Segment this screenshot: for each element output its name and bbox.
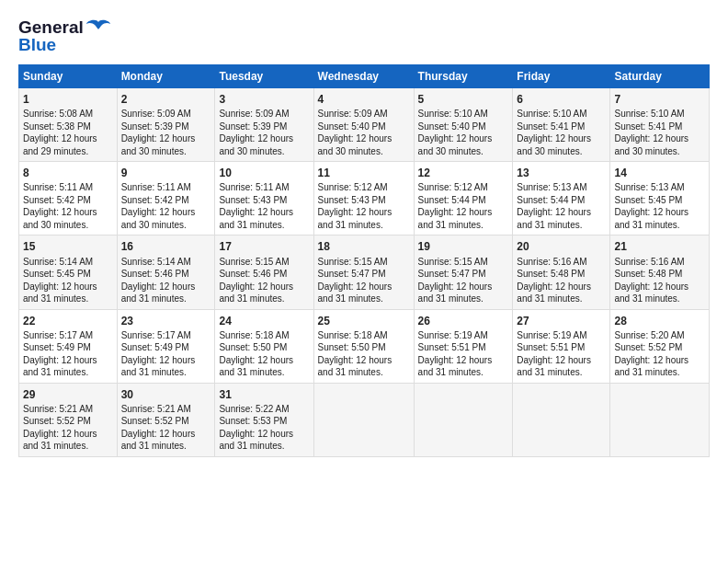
day-number: 8 — [23, 166, 113, 180]
calendar-cell: 29Sunrise: 5:21 AMSunset: 5:52 PMDayligh… — [19, 383, 118, 456]
day-number: 22 — [23, 314, 113, 328]
calendar-cell: 30Sunrise: 5:21 AMSunset: 5:52 PMDayligh… — [117, 383, 215, 456]
weekday-tuesday: Tuesday — [215, 65, 313, 88]
calendar-cell: 21Sunrise: 5:16 AMSunset: 5:48 PMDayligh… — [610, 236, 710, 309]
calendar-cell: 17Sunrise: 5:15 AMSunset: 5:46 PMDayligh… — [215, 236, 313, 309]
cell-content: Sunrise: 5:13 AMSunset: 5:45 PMDaylight:… — [614, 181, 705, 231]
calendar-cell: 18Sunrise: 5:15 AMSunset: 5:47 PMDayligh… — [313, 236, 414, 309]
cell-content: Sunrise: 5:11 AMSunset: 5:43 PMDaylight:… — [219, 181, 309, 231]
weekday-wednesday: Wednesday — [313, 65, 414, 88]
day-number: 12 — [418, 166, 509, 180]
cell-content: Sunrise: 5:18 AMSunset: 5:50 PMDaylight:… — [219, 329, 309, 379]
day-number: 31 — [219, 387, 309, 402]
day-number: 27 — [517, 314, 606, 328]
logo-bird-icon — [85, 18, 111, 39]
logo: General Blue — [18, 17, 111, 55]
calendar-cell: 26Sunrise: 5:19 AMSunset: 5:51 PMDayligh… — [414, 309, 513, 383]
day-number: 5 — [418, 92, 509, 107]
week-row-4: 22Sunrise: 5:17 AMSunset: 5:49 PMDayligh… — [19, 309, 710, 383]
cell-content: Sunrise: 5:09 AMSunset: 5:39 PMDaylight:… — [219, 108, 309, 157]
cell-content: Sunrise: 5:11 AMSunset: 5:42 PMDaylight:… — [121, 181, 211, 231]
header: General Blue — [18, 17, 710, 55]
week-row-1: 1Sunrise: 5:08 AMSunset: 5:38 PMDaylight… — [19, 88, 710, 162]
day-number: 16 — [121, 239, 211, 254]
calendar-cell: 15Sunrise: 5:14 AMSunset: 5:45 PMDayligh… — [19, 236, 118, 309]
cell-content: Sunrise: 5:19 AMSunset: 5:51 PMDaylight:… — [517, 329, 606, 379]
day-number: 6 — [517, 92, 606, 107]
cell-content: Sunrise: 5:16 AMSunset: 5:48 PMDaylight:… — [614, 256, 705, 305]
calendar-cell: 22Sunrise: 5:17 AMSunset: 5:49 PMDayligh… — [19, 309, 118, 383]
cell-content: Sunrise: 5:15 AMSunset: 5:46 PMDaylight:… — [219, 256, 309, 305]
calendar-cell — [513, 383, 610, 456]
day-number: 28 — [614, 314, 705, 328]
week-row-2: 8Sunrise: 5:11 AMSunset: 5:42 PMDaylight… — [19, 162, 710, 236]
weekday-friday: Friday — [513, 65, 610, 88]
day-number: 18 — [318, 239, 410, 254]
cell-content: Sunrise: 5:10 AMSunset: 5:41 PMDaylight:… — [517, 108, 606, 157]
day-number: 26 — [418, 314, 509, 328]
calendar-cell: 25Sunrise: 5:18 AMSunset: 5:50 PMDayligh… — [313, 309, 414, 383]
day-number: 15 — [23, 239, 113, 254]
calendar-cell: 11Sunrise: 5:12 AMSunset: 5:43 PMDayligh… — [313, 162, 414, 236]
cell-content: Sunrise: 5:12 AMSunset: 5:43 PMDaylight:… — [318, 181, 410, 231]
calendar-cell: 19Sunrise: 5:15 AMSunset: 5:47 PMDayligh… — [414, 236, 513, 309]
day-number: 4 — [318, 92, 410, 107]
calendar-cell: 23Sunrise: 5:17 AMSunset: 5:49 PMDayligh… — [117, 309, 215, 383]
weekday-header-row: SundayMondayTuesdayWednesdayThursdayFrid… — [19, 65, 710, 88]
day-number: 11 — [318, 166, 410, 180]
calendar-cell: 27Sunrise: 5:19 AMSunset: 5:51 PMDayligh… — [513, 309, 610, 383]
weekday-saturday: Saturday — [610, 65, 710, 88]
week-row-5: 29Sunrise: 5:21 AMSunset: 5:52 PMDayligh… — [19, 383, 710, 456]
calendar-cell: 1Sunrise: 5:08 AMSunset: 5:38 PMDaylight… — [19, 88, 118, 162]
day-number: 20 — [517, 239, 606, 254]
day-number: 1 — [23, 92, 113, 107]
cell-content: Sunrise: 5:10 AMSunset: 5:40 PMDaylight:… — [418, 108, 509, 157]
cell-content: Sunrise: 5:11 AMSunset: 5:42 PMDaylight:… — [23, 181, 113, 231]
day-number: 17 — [219, 239, 309, 254]
cell-content: Sunrise: 5:20 AMSunset: 5:52 PMDaylight:… — [614, 329, 705, 379]
cell-content: Sunrise: 5:13 AMSunset: 5:44 PMDaylight:… — [517, 181, 606, 231]
cell-content: Sunrise: 5:16 AMSunset: 5:48 PMDaylight:… — [517, 256, 606, 305]
cell-content: Sunrise: 5:21 AMSunset: 5:52 PMDaylight:… — [121, 403, 211, 453]
day-number: 21 — [614, 239, 705, 254]
page: General Blue SundayMondayTuesdayWednesda… — [0, 0, 728, 563]
calendar-cell: 3Sunrise: 5:09 AMSunset: 5:39 PMDaylight… — [215, 88, 313, 162]
day-number: 29 — [23, 387, 113, 402]
cell-content: Sunrise: 5:12 AMSunset: 5:44 PMDaylight:… — [418, 181, 509, 231]
calendar-cell: 10Sunrise: 5:11 AMSunset: 5:43 PMDayligh… — [215, 162, 313, 236]
calendar-cell — [414, 383, 513, 456]
cell-content: Sunrise: 5:15 AMSunset: 5:47 PMDaylight:… — [418, 256, 509, 305]
calendar-cell: 14Sunrise: 5:13 AMSunset: 5:45 PMDayligh… — [610, 162, 710, 236]
calendar-cell — [313, 383, 414, 456]
day-number: 3 — [219, 92, 309, 107]
cell-content: Sunrise: 5:10 AMSunset: 5:41 PMDaylight:… — [614, 108, 705, 157]
cell-content: Sunrise: 5:14 AMSunset: 5:46 PMDaylight:… — [121, 256, 211, 305]
week-row-3: 15Sunrise: 5:14 AMSunset: 5:45 PMDayligh… — [19, 236, 710, 309]
calendar-cell: 20Sunrise: 5:16 AMSunset: 5:48 PMDayligh… — [513, 236, 610, 309]
calendar-cell: 31Sunrise: 5:22 AMSunset: 5:53 PMDayligh… — [215, 383, 313, 456]
calendar-cell: 16Sunrise: 5:14 AMSunset: 5:46 PMDayligh… — [117, 236, 215, 309]
calendar-cell: 5Sunrise: 5:10 AMSunset: 5:40 PMDaylight… — [414, 88, 513, 162]
cell-content: Sunrise: 5:17 AMSunset: 5:49 PMDaylight:… — [23, 329, 113, 379]
day-number: 10 — [219, 166, 309, 180]
weekday-monday: Monday — [117, 65, 215, 88]
day-number: 7 — [614, 92, 705, 107]
calendar-cell: 8Sunrise: 5:11 AMSunset: 5:42 PMDaylight… — [19, 162, 118, 236]
day-number: 9 — [121, 166, 211, 180]
day-number: 23 — [121, 314, 211, 328]
calendar-cell: 24Sunrise: 5:18 AMSunset: 5:50 PMDayligh… — [215, 309, 313, 383]
day-number: 19 — [418, 239, 509, 254]
cell-content: Sunrise: 5:22 AMSunset: 5:53 PMDaylight:… — [219, 403, 309, 453]
calendar-cell — [610, 383, 710, 456]
cell-content: Sunrise: 5:09 AMSunset: 5:39 PMDaylight:… — [121, 108, 211, 157]
calendar-cell: 28Sunrise: 5:20 AMSunset: 5:52 PMDayligh… — [610, 309, 710, 383]
cell-content: Sunrise: 5:19 AMSunset: 5:51 PMDaylight:… — [418, 329, 509, 379]
day-number: 24 — [219, 314, 309, 328]
calendar-cell: 6Sunrise: 5:10 AMSunset: 5:41 PMDaylight… — [513, 88, 610, 162]
cell-content: Sunrise: 5:21 AMSunset: 5:52 PMDaylight:… — [23, 403, 113, 453]
calendar-cell: 4Sunrise: 5:09 AMSunset: 5:40 PMDaylight… — [313, 88, 414, 162]
calendar-cell: 9Sunrise: 5:11 AMSunset: 5:42 PMDaylight… — [117, 162, 215, 236]
day-number: 14 — [614, 166, 705, 180]
calendar-cell: 2Sunrise: 5:09 AMSunset: 5:39 PMDaylight… — [117, 88, 215, 162]
day-number: 13 — [517, 166, 606, 180]
